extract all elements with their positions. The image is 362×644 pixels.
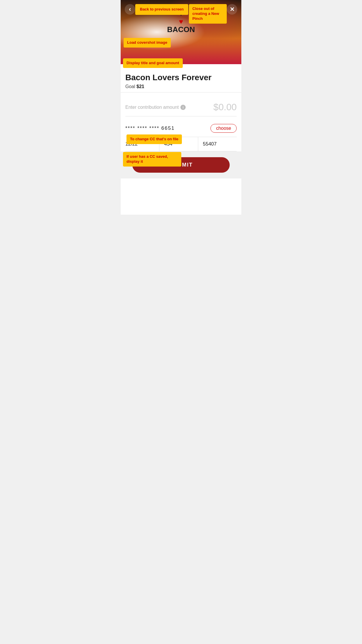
goal-label: Goal: [125, 84, 135, 89]
pinch-title: Bacon Lovers Forever: [125, 73, 237, 82]
goal-amount: $21: [136, 84, 144, 89]
contribution-amount[interactable]: $0.00: [213, 102, 237, 113]
contribution-label-text: Enter contribution amount: [125, 105, 179, 110]
back-icon: ‹: [129, 6, 131, 13]
choose-button[interactable]: choose: [210, 124, 237, 133]
shirt-bacon: BACON: [167, 25, 195, 34]
cc-masked-number: **** **** **** 6651: [125, 125, 175, 131]
form-section: Enter contribution amount i $0.00 To cha…: [121, 96, 241, 178]
cc-section: To change CC that's on file If user has …: [121, 120, 241, 151]
contribution-row: Enter contribution amount i $0.00: [125, 102, 237, 113]
tooltip-covershot: Load covershot image: [124, 38, 171, 48]
cover-section: I ♥ BACON ‹ ✕ Back to previous screen Cl…: [121, 0, 241, 92]
divider-1: [125, 116, 237, 116]
tooltip-display-title: Display title and goal amount: [123, 58, 183, 68]
close-button[interactable]: ✕: [227, 4, 237, 15]
tooltip-saved-cc: If user has a CC saved, display it: [123, 152, 181, 167]
tooltip-change-cc: To change CC that's on file: [126, 134, 182, 144]
back-button[interactable]: ‹: [125, 4, 135, 15]
close-icon: ✕: [230, 6, 235, 12]
tooltip-close: Close out of creating a New Pinch: [189, 4, 227, 24]
cover-image[interactable]: I ♥ BACON ‹ ✕ Back to previous screen Cl…: [121, 0, 241, 64]
contribution-section: Enter contribution amount i $0.00: [121, 96, 241, 116]
title-section: Bacon Lovers Forever Goal $21: [121, 64, 241, 92]
goal-row: Goal $21: [125, 84, 237, 89]
phone-container: I ♥ BACON ‹ ✕ Back to previous screen Cl…: [121, 0, 241, 215]
info-icon[interactable]: i: [180, 105, 186, 110]
tooltip-back: Back to previous screen: [135, 4, 188, 15]
cc-zip: 55407: [198, 137, 237, 151]
contribution-label: Enter contribution amount i: [125, 105, 186, 110]
